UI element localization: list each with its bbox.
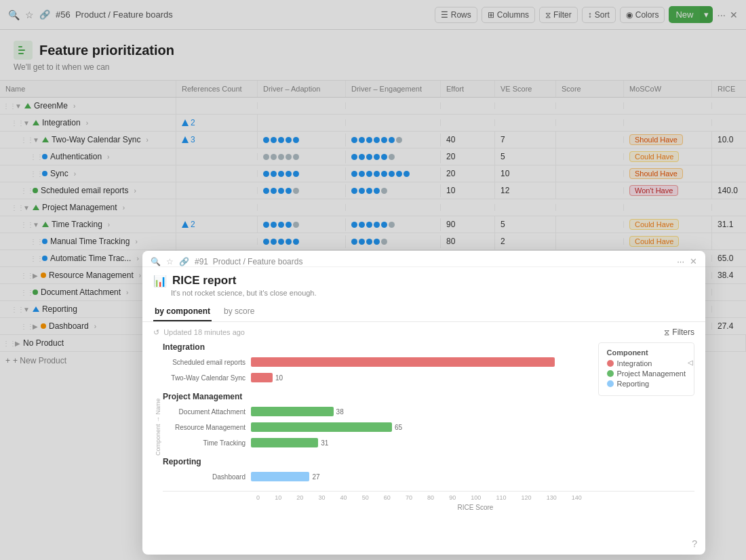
section-title: Reporting [163,457,694,466]
bar-icon: ◁ [688,359,693,366]
bar-wrap: ◁ [251,356,694,368]
chart-row: Two-Way Calendar Sync 10 [163,372,694,384]
chart-row: Document Attachment 38 [163,405,694,418]
modal-star-icon[interactable]: ☆ [166,257,174,266]
bar [251,422,392,432]
chart-section-pm: Project Management Document Attachment 3… [163,392,694,449]
bar-label: Dashboard [163,473,251,481]
modal-tabs: by component by score [142,302,705,322]
chart-legend: Component Integration Project Management… [598,342,695,396]
modal-subtitle: It's not rocket science, but it's close … [171,289,694,297]
chart-section-reporting: Reporting Dashboard 27 [163,457,694,483]
modal-breadcrumb: #91 Product / Feature boards [195,257,302,266]
bar-wrap: 10 [251,372,694,384]
chart-content: Component Integration Project Management… [163,342,694,511]
bar-value: 10 [275,374,283,382]
bar-label: Document Attachment [163,408,251,416]
chart-row: Time Tracking 31 [163,437,694,449]
modal-more-icon[interactable]: ··· [677,256,684,266]
modal-filter-button[interactable]: ⧖ Filters [664,327,694,337]
chart-row: Resource Management 65 [163,421,694,433]
bar-wrap: 27 [251,471,694,483]
modal-close-icon[interactable]: ✕ [690,256,697,266]
bar-value: 38 [336,408,344,416]
bar-label: Resource Management [163,424,251,431]
modal-nav-bar: 🔍 ☆ 🔗 #91 Product / Feature boards ··· ✕ [142,251,705,267]
modal-title: RICE report [172,274,236,287]
bar-value: 65 [395,424,402,431]
modal-search-icon[interactable]: 🔍 [151,257,161,266]
modal-overlay[interactable]: 🔍 ☆ 🔗 #91 Product / Feature boards ··· ✕… [0,0,746,560]
bar [251,472,309,481]
modal-chart-icon: 📊 [153,275,167,287]
modal-header: 📊 RICE report It's not rocket science, b… [142,267,705,297]
help-icon[interactable]: ? [692,538,697,549]
modal-body: Component → Name Component Integration P… [142,342,705,555]
tab-by-score[interactable]: by score [222,302,256,321]
modal-toolbar: ↺ Updated 18 minutes ago ⧖ Filters [142,322,705,342]
modal-link-icon: 🔗 [179,257,189,266]
bar-wrap: 65 [251,421,694,433]
tab-by-component[interactable]: by component [153,302,212,321]
bar [251,373,273,382]
bar-wrap: 31 [251,437,694,449]
x-axis-ticks: 0 10 20 30 40 50 60 70 80 90 100 110 [256,494,582,501]
rice-report-modal: 🔍 ☆ 🔗 #91 Product / Feature boards ··· ✕… [142,251,705,555]
bar-label: Two-Way Calendar Sync [163,374,251,382]
modal-updated: ↺ Updated 18 minutes ago [153,328,659,337]
bar-value: 27 [312,473,319,481]
bar [251,357,555,367]
x-axis: 0 10 20 30 40 50 60 70 80 90 100 110 [163,491,694,501]
bar [251,438,318,447]
chart-row: Scheduled email reports ◁ [163,356,694,368]
chart-row: Dashboard 27 [163,471,694,483]
chart-container: Component → Name Component Integration P… [153,342,694,511]
bar-label: Time Tracking [163,439,251,447]
bar-label: Scheduled email reports [163,359,251,366]
bar-value: 31 [321,439,328,447]
bar [251,407,334,416]
bar-wrap: 38 [251,405,694,418]
y-axis-label: Component → Name [153,342,163,511]
filter-icon: ⧖ [664,327,669,337]
x-axis-label: RICE Score [163,504,694,511]
